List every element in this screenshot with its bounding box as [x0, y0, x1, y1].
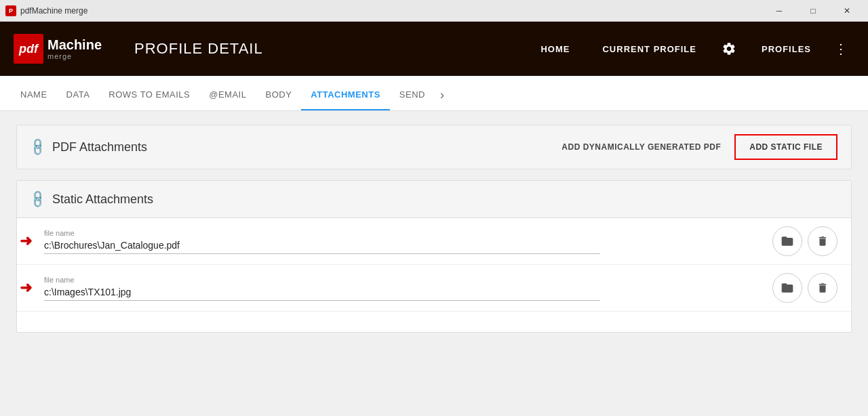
- title-bar-left: P pdfMachine merge: [5, 5, 87, 16]
- nav-profiles[interactable]: PROFILES: [745, 22, 827, 76]
- window-title: pdfMachine merge: [20, 6, 87, 16]
- tab-body[interactable]: BODY: [256, 89, 301, 110]
- maximize-button[interactable]: □: [797, 0, 829, 22]
- tab-name[interactable]: NAME: [11, 89, 57, 110]
- file-actions-2: [772, 273, 837, 303]
- pdf-section-title: PDF Attachments: [52, 140, 147, 154]
- tab-send[interactable]: SEND: [390, 89, 435, 110]
- bottom-space: [17, 312, 851, 332]
- close-button[interactable]: ✕: [831, 0, 863, 22]
- tabs-bar: NAME DATA ROWS TO EMAILS @EMAIL BODY ATT…: [0, 76, 868, 111]
- delete-file-2-button[interactable]: [808, 273, 837, 303]
- file-value-2[interactable]: c:\Images\TX101.jpg: [44, 287, 600, 301]
- pdf-attachments-section: 🔗 PDF Attachments ADD DYNAMICALLY GENERA…: [16, 125, 852, 169]
- tabs-more-icon[interactable]: ›: [435, 88, 450, 110]
- logo-merge: merge: [47, 52, 102, 60]
- settings-icon[interactable]: [713, 22, 745, 76]
- pdf-section-header: 🔗 PDF Attachments ADD DYNAMICALLY GENERA…: [17, 125, 851, 169]
- file-row-2: ➜ file name c:\Images\TX101.jpg: [17, 265, 851, 312]
- app-header: pdf Machine merge PROFILE DETAIL HOME CU…: [0, 22, 868, 76]
- logo-machine: Machine: [47, 37, 102, 52]
- static-section-title: Static Attachments: [52, 192, 153, 207]
- logo-pdf-text: pdf: [19, 42, 38, 56]
- title-bar: P pdfMachine merge ─ □ ✕: [0, 0, 868, 22]
- file-label-2: file name: [44, 276, 759, 284]
- arrow-indicator-1: ➜: [20, 232, 32, 250]
- clip-icon: 🔗: [27, 136, 48, 157]
- browse-file-1-button[interactable]: [772, 226, 802, 256]
- nav-current-profile[interactable]: CURRENT PROFILE: [586, 22, 713, 76]
- nav-home[interactable]: HOME: [524, 22, 586, 76]
- add-static-file-button[interactable]: ADD STATIC FILE: [734, 134, 837, 160]
- file-actions-1: [772, 226, 837, 256]
- tab-data[interactable]: DATA: [57, 89, 100, 110]
- minimize-button[interactable]: ─: [764, 0, 795, 22]
- tab-rows-to-emails[interactable]: ROWS TO EMAILS: [99, 89, 199, 110]
- static-section-header: 🔗 Static Attachments: [17, 181, 851, 218]
- file-input-group-1: file name c:\Brochures\Jan_Catalogue.pdf: [44, 229, 759, 254]
- browse-file-2-button[interactable]: [772, 273, 802, 303]
- tab-attachments[interactable]: ATTACHMENTS: [301, 89, 390, 110]
- file-value-1[interactable]: c:\Brochures\Jan_Catalogue.pdf: [44, 240, 600, 254]
- clip-icon-2: 🔗: [27, 188, 48, 209]
- delete-file-1-button[interactable]: [808, 226, 837, 256]
- add-dynamic-pdf-button[interactable]: ADD DYNAMICALLY GENERATED PDF: [548, 136, 734, 159]
- main-content: 🔗 PDF Attachments ADD DYNAMICALLY GENERA…: [0, 111, 868, 346]
- file-label-1: file name: [44, 229, 759, 237]
- page-title: PROFILE DETAIL: [125, 40, 263, 58]
- window-controls: ─ □ ✕: [764, 0, 863, 22]
- tab-email[interactable]: @EMAIL: [199, 89, 256, 110]
- logo-box: pdf: [14, 34, 43, 64]
- more-options-icon[interactable]: ⋮: [827, 22, 854, 76]
- file-input-group-2: file name c:\Images\TX101.jpg: [44, 276, 759, 301]
- file-row-1: ➜ file name c:\Brochures\Jan_Catalogue.p…: [17, 218, 851, 265]
- static-attachments-section: 🔗 Static Attachments ➜ file name c:\Broc…: [16, 180, 852, 333]
- app-icon: P: [5, 5, 16, 16]
- pdf-section-actions: ADD DYNAMICALLY GENERATED PDF ADD STATIC…: [548, 134, 837, 160]
- logo-text: Machine merge: [47, 37, 102, 60]
- logo-area: pdf Machine merge: [14, 34, 102, 64]
- arrow-indicator-2: ➜: [20, 279, 32, 297]
- header-nav: HOME CURRENT PROFILE PROFILES ⋮: [524, 22, 854, 76]
